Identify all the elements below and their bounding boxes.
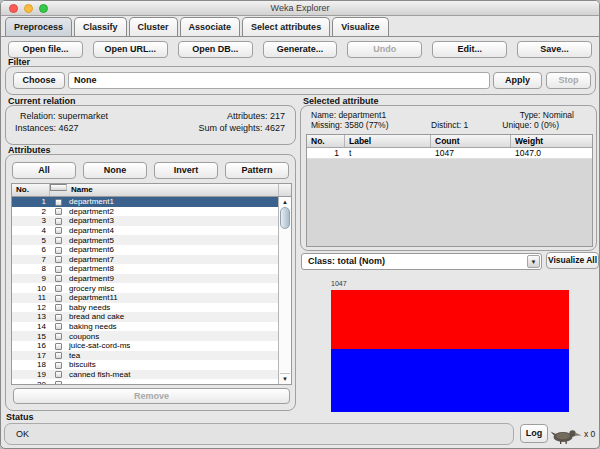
tab-visualize[interactable]: Visualize: [332, 17, 388, 36]
select-none-button[interactable]: None: [83, 162, 147, 179]
dropdown-arrow-icon[interactable]: ▼: [527, 255, 540, 268]
attribute-row[interactable]: 16juice-sat-cord-ms: [12, 341, 278, 351]
log-button[interactable]: Log: [520, 424, 548, 443]
attribute-number: 18: [12, 360, 50, 369]
attribute-row[interactable]: 4department4: [12, 226, 278, 236]
column-header-label[interactable]: Label: [345, 135, 431, 147]
status-message-box: OK: [4, 423, 514, 445]
attribute-checkbox[interactable]: [55, 237, 62, 244]
visualize-all-button[interactable]: Visualize All: [546, 252, 599, 269]
filter-value-field[interactable]: None: [68, 72, 490, 89]
attribute-checkbox[interactable]: [55, 275, 62, 282]
attribute-row[interactable]: 5department5: [12, 235, 278, 245]
stop-button[interactable]: Stop: [546, 72, 591, 89]
edit-button[interactable]: Edit...: [432, 41, 507, 58]
class-selector-dropdown[interactable]: Class: total (Nom) ▼: [301, 253, 542, 270]
attribute-number: 2: [12, 207, 50, 216]
attributes-scrollbar[interactable]: ▲ ▼: [278, 197, 291, 384]
attribute-checkbox[interactable]: [55, 323, 62, 330]
attribute-row[interactable]: 9department9: [12, 274, 278, 284]
undo-button[interactable]: Undo: [347, 41, 422, 58]
open-file-button[interactable]: Open file...: [8, 41, 83, 58]
column-header-count[interactable]: Count: [431, 135, 511, 147]
attribute-name: tea: [67, 351, 278, 360]
generate-button[interactable]: Generate...: [263, 41, 338, 58]
attribute-row[interactable]: 19canned fish-meat: [12, 370, 278, 380]
attribute-row[interactable]: 10grocery misc: [12, 283, 278, 293]
scrollbar-thumb[interactable]: [280, 207, 290, 229]
column-header-no[interactable]: No.: [12, 184, 50, 196]
tab-cluster[interactable]: Cluster: [129, 17, 178, 36]
attribute-checkbox[interactable]: [55, 314, 62, 321]
scroll-down-icon[interactable]: ▼: [279, 375, 291, 383]
attribute-checkbox[interactable]: [55, 343, 62, 350]
attribute-checkbox[interactable]: [55, 362, 62, 369]
column-header-weight[interactable]: Weight: [511, 135, 592, 147]
save-button[interactable]: Save...: [517, 41, 592, 58]
attribute-row[interactable]: 1department1: [12, 197, 278, 207]
open-url-button[interactable]: Open URL...: [93, 41, 168, 58]
weka-bird-icon: [550, 427, 582, 444]
attribute-row[interactable]: 8department8: [12, 264, 278, 274]
attribute-row[interactable]: 13bread and cake: [12, 312, 278, 322]
attribute-row[interactable]: 11department11: [12, 293, 278, 303]
attribute-row[interactable]: 17tea: [12, 351, 278, 361]
attribute-number: 3: [12, 216, 50, 225]
remove-button[interactable]: Remove: [13, 388, 290, 404]
tab-preprocess[interactable]: Preprocess: [5, 17, 72, 36]
select-pattern-button[interactable]: Pattern: [225, 162, 289, 179]
column-header-no[interactable]: No.: [307, 135, 345, 147]
attribute-checkbox[interactable]: [55, 381, 62, 384]
attribute-row[interactable]: 14baking needs: [12, 322, 278, 332]
current-relation-group: Relation: supermarket Instances: 4627 At…: [5, 105, 296, 145]
attribute-checkbox[interactable]: [55, 266, 62, 273]
attribute-number: 13: [12, 312, 50, 321]
select-invert-button[interactable]: Invert: [154, 162, 218, 179]
attribute-row[interactable]: 15coupons: [12, 331, 278, 341]
attribute-checkbox[interactable]: [55, 256, 62, 263]
attribute-name: baby needs: [67, 303, 278, 312]
tab-select-attributes[interactable]: Select attributes: [242, 17, 330, 36]
choose-button[interactable]: Choose: [13, 72, 65, 89]
attribute-row[interactable]: 20: [12, 379, 278, 384]
maximize-icon[interactable]: [39, 4, 48, 13]
attribute-checkbox[interactable]: [55, 227, 62, 234]
attribute-row[interactable]: 12baby needs: [12, 303, 278, 313]
scroll-up-icon[interactable]: ▲: [279, 198, 291, 206]
attribute-checkbox[interactable]: [55, 199, 62, 206]
attribute-number: 9: [12, 274, 50, 283]
attributes-list: 1department12department23department34dep…: [12, 197, 278, 384]
attribute-number: 8: [12, 264, 50, 273]
sum-of-weights-value: Sum of weights: 4627: [198, 123, 285, 133]
attribute-name: department9: [67, 274, 278, 283]
tab-classify[interactable]: Classify: [74, 17, 127, 36]
open-db-button[interactable]: Open DB...: [178, 41, 253, 58]
toolbar: Open file...Open URL...Open DB...Generat…: [1, 41, 599, 59]
attribute-name: canned fish-meat: [67, 370, 278, 379]
attribute-checkbox[interactable]: [55, 218, 62, 225]
minimize-icon[interactable]: [24, 4, 33, 13]
label-count-row[interactable]: 1t10471047.0: [307, 148, 592, 159]
attribute-checkbox[interactable]: [55, 285, 62, 292]
attribute-number: 16: [12, 341, 50, 350]
attribute-checkbox[interactable]: [55, 333, 62, 340]
attribute-checkbox[interactable]: [55, 295, 62, 302]
select-all-button[interactable]: All: [12, 162, 76, 179]
attribute-checkbox[interactable]: [55, 247, 62, 254]
attribute-row[interactable]: 18biscuits: [12, 360, 278, 370]
attribute-checkbox[interactable]: [55, 208, 62, 215]
attribute-checkbox[interactable]: [55, 352, 62, 359]
apply-button[interactable]: Apply: [493, 72, 542, 89]
attribute-checkbox[interactable]: [55, 304, 62, 311]
attribute-checkbox[interactable]: [55, 371, 62, 378]
attribute-row[interactable]: 3department3: [12, 216, 278, 226]
attribute-row[interactable]: 2department2: [12, 207, 278, 217]
tab-associate[interactable]: Associate: [180, 17, 241, 36]
close-icon[interactable]: [9, 4, 18, 13]
column-header-name[interactable]: Name: [67, 184, 278, 196]
attribute-name: department3: [67, 216, 278, 225]
attribute-row[interactable]: 7department7: [12, 255, 278, 265]
weka-explorer-window: Weka Explorer PreprocessClassifyClusterA…: [0, 0, 600, 449]
column-header-checkbox[interactable]: [50, 184, 67, 191]
attribute-row[interactable]: 6department6: [12, 245, 278, 255]
